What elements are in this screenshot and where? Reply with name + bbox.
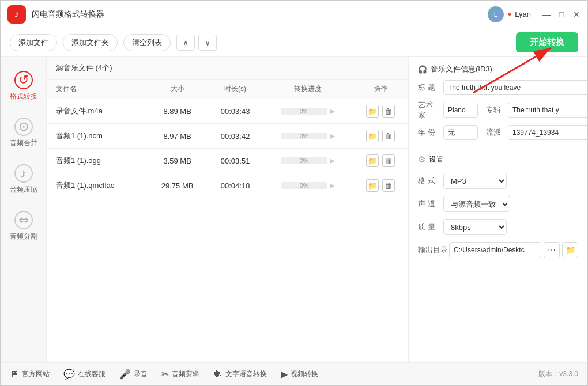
bottom-item-video[interactable]: ▶ 视频转换 bbox=[281, 369, 318, 380]
table-row: 音频1 (1).ncm 8.97 MB 00:03:42 0% ▶ 📁 🗑 bbox=[47, 124, 408, 149]
quality-row: 质 量 8kbps 32kbps 64kbps 128kbps 192kbps … bbox=[418, 219, 578, 235]
quality-select[interactable]: 8kbps 32kbps 64kbps 128kbps 192kbps 320k… bbox=[443, 219, 507, 235]
sidebar-item-audio-compress[interactable]: ♪ 音频压缩 bbox=[1, 156, 46, 203]
clear-list-button[interactable]: 清空列表 bbox=[123, 34, 171, 51]
progress-arrow: ▶ bbox=[330, 132, 335, 140]
file-folder-btn[interactable]: 📁 bbox=[366, 154, 379, 167]
table-row: 音频1 (1).ogg 3.59 MB 00:03:51 0% ▶ 📁 🗑 bbox=[47, 149, 408, 173]
progress-arrow: ▶ bbox=[330, 181, 335, 190]
bottom-item-service[interactable]: 💬 在线客服 bbox=[63, 369, 105, 380]
progress-arrow: ▶ bbox=[330, 107, 335, 115]
output-row: 输出目录 ⋯ 📁 bbox=[418, 242, 578, 258]
service-icon: 💬 bbox=[63, 369, 75, 380]
file-area: 源音乐文件 (4个) 文件名 大小 时长(s) 转换进度 操作 bbox=[47, 57, 409, 362]
bottom-item-website[interactable]: 🖥 官方网站 bbox=[10, 369, 50, 380]
speech-label: 文字语音转换 bbox=[225, 369, 267, 379]
info-row-artist: 艺术家 专辑 bbox=[418, 100, 587, 120]
bottom-item-audio-cut[interactable]: ✂ 音频剪辑 bbox=[161, 369, 199, 380]
file-delete-btn[interactable]: 🗑 bbox=[382, 105, 395, 118]
file-delete-btn[interactable]: 🗑 bbox=[382, 130, 395, 142]
genre-label: 流派 bbox=[486, 127, 501, 138]
format-row: 格 式 MP3 AAC FLAC WAV OGG M4A bbox=[418, 173, 578, 189]
titlebar: ♪ 闪电音频格式转换器 L ♥ Lyan — □ ✕ bbox=[1, 1, 587, 28]
file-folder-btn[interactable]: 📁 bbox=[366, 105, 379, 118]
col-size: 大小 bbox=[148, 80, 208, 99]
video-icon: ▶ bbox=[281, 369, 288, 380]
main-content: ↺ 格式转换 ⊙ 音频合并 ♪ 音频压缩 ⇔ 音频分割 源音乐文件 (4个) bbox=[1, 57, 587, 362]
format-select[interactable]: MP3 AAC FLAC WAV OGG M4A bbox=[443, 173, 507, 189]
bottom-bar: 🖥 官方网站 💬 在线客服 🎤 录音 ✂ 音频剪辑 🗣 文字语音转换 ▶ 视频转… bbox=[1, 362, 587, 385]
col-duration: 时长(s) bbox=[208, 80, 263, 99]
audio-merge-icon: ⊙ bbox=[14, 118, 33, 136]
video-label: 视频转换 bbox=[291, 369, 318, 379]
music-info-grid: 标 题 艺术家 专辑 年 份 流派 bbox=[418, 80, 578, 140]
year-input[interactable] bbox=[443, 125, 478, 140]
genre-input[interactable] bbox=[508, 125, 587, 140]
col-progress: 转换进度 bbox=[263, 80, 353, 99]
bottom-item-speech[interactable]: 🗣 文字语音转换 bbox=[213, 369, 267, 380]
website-icon: 🖥 bbox=[10, 369, 19, 380]
file-table: 文件名 大小 时长(s) 转换进度 操作 录音文件.m4a 8.89 MB 00… bbox=[47, 80, 408, 362]
speech-icon: 🗣 bbox=[213, 369, 223, 380]
right-panel: 🎧 音乐文件信息(ID3) 标 题 艺术家 专辑 年 bbox=[409, 57, 587, 362]
service-label: 在线客服 bbox=[78, 369, 105, 379]
website-label: 官方网站 bbox=[22, 369, 50, 379]
add-folder-button[interactable]: 添加文件夹 bbox=[63, 34, 118, 51]
minimize-button[interactable]: — bbox=[542, 10, 551, 18]
music-info-title: 🎧 音乐文件信息(ID3) bbox=[418, 64, 578, 74]
bottom-item-record[interactable]: 🎤 录音 bbox=[119, 369, 148, 380]
file-size-cell: 8.89 MB bbox=[148, 99, 208, 124]
heart-icon: ♥ bbox=[507, 10, 511, 18]
title-input[interactable] bbox=[443, 80, 587, 95]
output-path-input[interactable] bbox=[449, 242, 541, 258]
artist-input[interactable] bbox=[443, 103, 478, 118]
move-down-button[interactable]: ∨ bbox=[198, 35, 217, 51]
file-folder-btn[interactable]: 📁 bbox=[366, 179, 379, 192]
audio-split-icon: ⇔ bbox=[14, 211, 33, 229]
close-button[interactable]: ✕ bbox=[572, 10, 581, 18]
file-delete-btn[interactable]: 🗑 bbox=[382, 154, 395, 167]
file-progress-cell: 0% ▶ bbox=[263, 99, 353, 124]
file-progress-cell: 0% ▶ bbox=[263, 173, 353, 198]
app-icon: ♪ bbox=[7, 5, 26, 24]
sidebar-item-audio-merge[interactable]: ⊙ 音频合并 bbox=[1, 109, 46, 156]
album-input[interactable] bbox=[508, 103, 587, 118]
sidebar-label-audio-compress: 音频压缩 bbox=[10, 185, 37, 195]
output-browse-btn[interactable]: ⋯ bbox=[544, 242, 560, 258]
audio-cut-icon: ✂ bbox=[161, 369, 169, 380]
col-filename: 文件名 bbox=[47, 80, 148, 99]
restore-button[interactable]: □ bbox=[557, 10, 566, 18]
move-up-button[interactable]: ∧ bbox=[176, 35, 195, 51]
add-file-button[interactable]: 添加文件 bbox=[10, 34, 57, 51]
audio-compress-icon: ♪ bbox=[14, 164, 33, 183]
file-duration-cell: 00:03:43 bbox=[208, 99, 263, 124]
output-folder-btn[interactable]: 📁 bbox=[562, 242, 578, 258]
file-folder-btn[interactable]: 📁 bbox=[366, 130, 379, 142]
window-controls: — □ ✕ bbox=[542, 10, 581, 18]
table-row: 录音文件.m4a 8.89 MB 00:03:43 0% ▶ 📁 🗑 bbox=[47, 99, 408, 124]
artist-label: 艺术家 bbox=[418, 100, 439, 120]
start-convert-button[interactable]: 开始转换 bbox=[516, 32, 578, 52]
headphone-icon: 🎧 bbox=[418, 65, 427, 74]
channel-label: 声 道 bbox=[418, 199, 439, 209]
output-label: 输出目录 bbox=[418, 245, 449, 255]
sidebar-item-format-convert[interactable]: ↺ 格式转换 bbox=[1, 63, 46, 109]
file-name-cell: 录音文件.m4a bbox=[47, 99, 148, 124]
sidebar-label-audio-split: 音频分割 bbox=[10, 232, 37, 241]
file-action-cell: 📁 🗑 bbox=[353, 173, 408, 198]
toolbar: 添加文件 添加文件夹 清空列表 ∧ ∨ 开始转换 bbox=[1, 28, 587, 57]
channel-select[interactable]: 与源音频一致 单声道 立体声 bbox=[443, 196, 510, 212]
format-convert-icon: ↺ bbox=[14, 71, 33, 89]
file-count: 源音乐文件 (4个) bbox=[56, 63, 112, 72]
record-icon: 🎤 bbox=[119, 369, 131, 380]
col-action: 操作 bbox=[353, 80, 408, 99]
progress-bar: 0% bbox=[281, 182, 327, 189]
output-btns: ⋯ 📁 bbox=[544, 242, 578, 258]
user-section: L ♥ Lyan bbox=[488, 6, 531, 22]
file-delete-btn[interactable]: 🗑 bbox=[382, 179, 395, 192]
app-title: 闪电音频格式转换器 bbox=[32, 9, 488, 20]
progress-arrow: ▶ bbox=[330, 157, 335, 165]
title-label: 标 题 bbox=[418, 82, 439, 93]
sidebar-item-audio-split[interactable]: ⇔ 音频分割 bbox=[1, 203, 46, 249]
file-size-cell: 8.97 MB bbox=[148, 124, 208, 149]
